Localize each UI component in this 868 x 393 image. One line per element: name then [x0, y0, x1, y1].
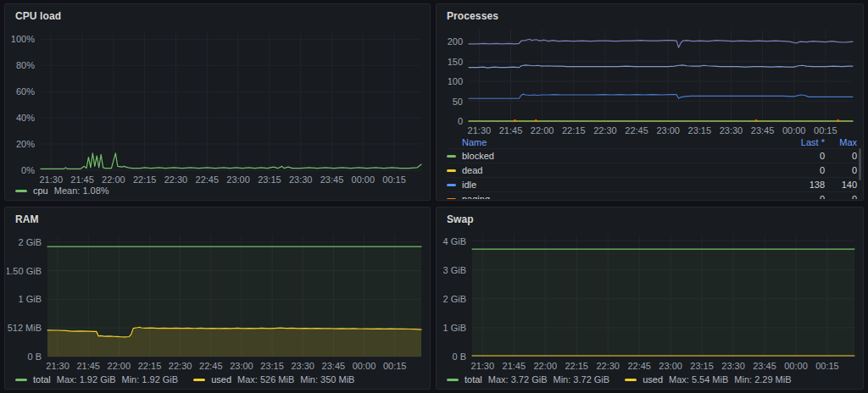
x-tick-label: 22:15	[562, 125, 586, 136]
x-tick-label: 00:15	[383, 361, 407, 371]
x-tick-label: 23:30	[291, 361, 314, 371]
legend-stat: Max: 526 MiB	[237, 374, 294, 385]
x-tick-label: 21:30	[40, 174, 64, 185]
legend-stat: Min: 350 MiB	[300, 374, 354, 385]
x-tick-label: 22:30	[169, 361, 192, 371]
y-tick-label: 4 GiB	[442, 236, 466, 246]
x-tick-label: 00:00	[353, 361, 376, 371]
y-tick-label: 100%	[11, 34, 35, 44]
column-header-name[interactable]: Name	[462, 137, 723, 147]
y-tick-label: 150	[448, 57, 463, 67]
panel-title-processes[interactable]: Processes	[447, 10, 498, 22]
y-tick-label: 40%	[16, 113, 35, 123]
legend-swatch	[15, 190, 27, 192]
series-swatch	[447, 184, 456, 186]
panel-title-cpu-load[interactable]: CPU load	[15, 10, 61, 22]
x-tick-label: 23:30	[289, 174, 313, 185]
x-tick-label: 23:15	[688, 125, 712, 136]
legend-item-used[interactable]: usedMax: 526 MiBMin: 350 MiB	[193, 374, 354, 385]
column-header-last[interactable]: Last *	[723, 137, 825, 147]
x-tick-label: 22:15	[133, 174, 157, 185]
series-max-value: 0	[825, 151, 857, 161]
legend-item-cpu[interactable]: cpuMean: 1.08%	[15, 185, 109, 196]
header-swatch-spacer	[447, 141, 456, 144]
x-tick-label: 00:15	[814, 125, 837, 136]
y-tick-label: 200	[448, 36, 463, 47]
x-tick-label: 23:15	[690, 361, 714, 371]
cpu-load-chart[interactable]: 21:3021:4522:0022:1522:3022:4523:0023:15…	[7, 25, 426, 187]
series-line-sleeping	[469, 39, 853, 47]
table-row-blocked[interactable]: blocked00	[447, 148, 857, 163]
table-row-dead[interactable]: dead00	[447, 163, 857, 177]
legend-item-total[interactable]: totalMax: 1.92 GiBMin: 1.92 GiB	[15, 374, 178, 385]
y-tick-label: 512 MiB	[8, 323, 42, 333]
x-tick-label: 00:00	[782, 125, 806, 136]
x-tick-label: 22:00	[102, 174, 125, 185]
x-tick-label: 23:00	[656, 125, 680, 136]
y-tick-label: 3 GiB	[442, 265, 466, 275]
x-tick-label: 22:00	[108, 361, 131, 371]
series-line-cpu	[41, 153, 421, 169]
series-name: dead	[462, 165, 723, 175]
y-tick-label: 0 B	[452, 351, 466, 362]
ram-chart[interactable]: 21:3021:4522:0022:1522:3022:4523:0023:15…	[7, 228, 426, 374]
plot-processes[interactable]: 21:3021:4522:0022:1522:3022:4523:0023:15…	[438, 25, 860, 138]
x-tick-label: 23:15	[258, 174, 281, 185]
y-tick-label: 1 GiB	[18, 294, 42, 304]
legend-series-name: used	[211, 374, 231, 385]
swap-chart[interactable]: 21:3021:4522:0022:1522:3022:4523:0023:15…	[438, 228, 860, 374]
legend-swatch	[447, 379, 459, 381]
legend-swatch	[15, 379, 27, 381]
x-tick-label: 22:45	[199, 361, 223, 371]
processes-legend-table: NameLast *Maxblocked00dead00idle138140pa…	[437, 136, 863, 199]
x-tick-label: 21:30	[46, 361, 70, 371]
x-tick-label: 21:30	[468, 125, 492, 136]
legend-item-used[interactable]: usedMax: 5.54 MiBMin: 2.29 MiB	[625, 374, 791, 385]
column-header-max[interactable]: Max	[825, 137, 857, 147]
series-fill-total	[472, 249, 854, 357]
table-scrollbar[interactable]	[859, 148, 861, 180]
panel-processes: Processes 21:3021:4522:0022:1522:3022:45…	[436, 3, 864, 201]
x-tick-label: 22:15	[138, 361, 162, 371]
y-tick-label: 2 GiB	[18, 237, 42, 247]
series-last-value: 0	[723, 151, 825, 161]
plot-ram[interactable]: 21:3021:4522:0022:1522:3022:4523:0023:15…	[7, 228, 426, 374]
marker-paging	[837, 119, 839, 122]
series-swatch	[447, 169, 456, 172]
legend-stat: Min: 1.92 GiB	[122, 374, 179, 385]
x-tick-label: 23:15	[260, 361, 284, 371]
y-tick-label: 0%	[21, 165, 35, 175]
y-tick-label: 60%	[16, 86, 35, 97]
y-tick-label: 2 GiB	[442, 294, 466, 304]
y-tick-label: 80%	[16, 60, 35, 70]
x-tick-label: 21:45	[76, 361, 100, 371]
x-tick-label: 22:30	[164, 174, 188, 185]
x-tick-label: 21:45	[499, 125, 523, 136]
series-line-running	[469, 94, 853, 98]
x-tick-label: 00:15	[382, 174, 406, 185]
legend-stat: Min: 2.29 MiB	[734, 374, 791, 385]
plot-swap[interactable]: 21:3021:4522:0022:1522:3022:4523:0023:15…	[438, 228, 860, 374]
y-tick-label: 1 GiB	[442, 323, 466, 333]
y-tick-label: 50	[453, 97, 463, 107]
panel-title-ram[interactable]: RAM	[15, 213, 39, 225]
y-tick-label: 100	[448, 76, 463, 86]
x-tick-label: 22:45	[627, 361, 651, 371]
table-row-idle[interactable]: idle138140	[447, 177, 857, 191]
x-tick-label: 23:45	[322, 361, 346, 371]
x-tick-label: 23:00	[226, 174, 250, 185]
x-tick-label: 21:45	[503, 361, 526, 371]
plot-cpu-load[interactable]: 21:3021:4522:0022:1522:3022:4523:0023:15…	[7, 25, 426, 187]
legend-item-total[interactable]: totalMax: 3.72 GiBMin: 3.72 GiB	[447, 374, 609, 385]
marker-paging	[755, 119, 758, 122]
series-max-value: 0	[825, 165, 857, 175]
marker-paging	[514, 119, 516, 122]
x-tick-label: 23:45	[753, 361, 776, 371]
cpu-load-legend: cpuMean: 1.08%	[15, 185, 109, 196]
panel-title-swap[interactable]: Swap	[447, 213, 474, 225]
processes-chart[interactable]: 21:3021:4522:0022:1522:3022:4523:0023:15…	[438, 25, 860, 138]
legend-series-name: used	[643, 374, 663, 385]
panel-swap: Swap 21:3021:4522:0022:1522:3022:4523:00…	[436, 207, 864, 390]
panel-cpu-load: CPU load 21:3021:4522:0022:1522:3022:452…	[4, 3, 431, 201]
table-row-paging[interactable]: paging00	[447, 191, 857, 199]
